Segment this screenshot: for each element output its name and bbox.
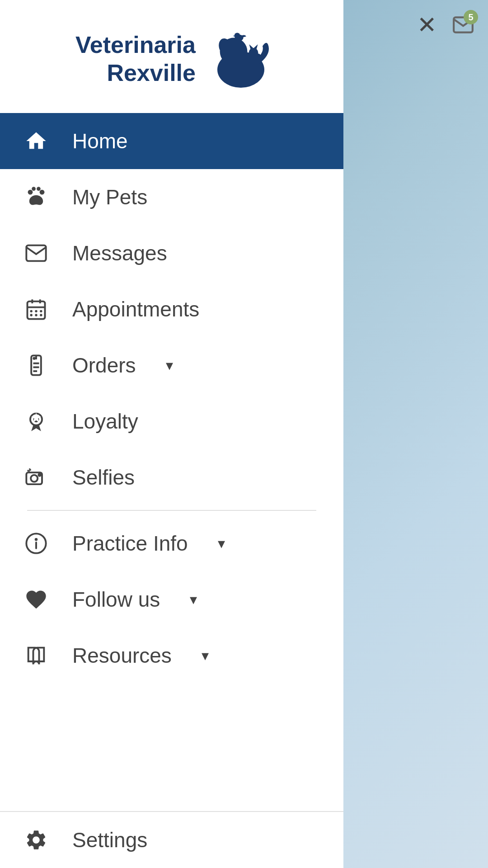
close-button[interactable]: ✕ <box>411 9 443 41</box>
messages-label: Messages <box>72 241 167 265</box>
sidebar-item-practice-info[interactable]: Practice Info ▾ <box>0 515 343 571</box>
follow-us-label: Follow us <box>72 587 160 612</box>
notification-badge: 5 <box>464 10 478 24</box>
svg-marker-10 <box>233 35 235 37</box>
heart-icon <box>23 586 50 613</box>
settings-icon <box>23 826 50 854</box>
info-icon <box>23 530 50 557</box>
sidebar-item-orders[interactable]: Orders ▾ <box>0 337 343 393</box>
resources-label: Resources <box>72 643 172 668</box>
follow-us-chevron-icon: ▾ <box>190 591 197 608</box>
camera-icon <box>23 464 50 491</box>
loyalty-icon <box>23 408 50 435</box>
orders-label: Orders <box>72 353 136 377</box>
selfies-label: Selfies <box>72 465 135 490</box>
sidebar-item-messages[interactable]: Messages <box>0 225 343 281</box>
loyalty-label: Loyalty <box>72 409 138 434</box>
book-icon <box>23 642 50 669</box>
calendar-icon <box>23 296 50 323</box>
svg-point-5 <box>249 48 258 57</box>
home-icon <box>23 127 50 155</box>
sidebar-item-my-pets[interactable]: My Pets <box>0 169 343 225</box>
logo-area: Veterinaria Rexville <box>0 0 343 113</box>
svg-point-12 <box>40 190 45 195</box>
app-title: Veterinaria Rexville <box>75 31 196 87</box>
settings-bar[interactable]: Settings <box>0 811 343 868</box>
top-right-controls: ✕ 5 <box>411 9 479 41</box>
svg-point-36 <box>31 475 38 482</box>
mail-button[interactable]: 5 <box>447 9 479 41</box>
sidebar-item-selfies[interactable]: Selfies <box>0 449 343 505</box>
sidebar-item-resources[interactable]: Resources ▾ <box>0 627 343 684</box>
logo-icon <box>205 23 277 95</box>
sidebar-item-appointments[interactable]: Appointments <box>0 281 343 337</box>
practice-info-label: Practice Info <box>72 531 188 556</box>
svg-point-14 <box>37 187 41 191</box>
svg-point-11 <box>28 190 33 195</box>
svg-point-31 <box>33 357 36 360</box>
messages-icon <box>23 240 50 267</box>
svg-point-37 <box>38 474 40 476</box>
sidebar-item-follow-us[interactable]: Follow us ▾ <box>0 571 343 627</box>
my-pets-label: My Pets <box>72 185 147 209</box>
sidebar-drawer: Veterinaria Rexville <box>0 0 343 868</box>
home-label: Home <box>72 129 128 153</box>
resources-chevron-icon: ▾ <box>202 647 209 664</box>
paw-icon <box>23 184 50 211</box>
practice-info-chevron-icon: ▾ <box>218 535 225 552</box>
nav-list: Home My Pets Me <box>0 113 343 811</box>
appointments-label: Appointments <box>72 297 199 321</box>
orders-chevron-icon: ▾ <box>166 357 173 374</box>
svg-point-9 <box>235 33 240 38</box>
orders-icon <box>23 352 50 379</box>
settings-label: Settings <box>72 828 147 852</box>
nav-divider <box>27 510 316 511</box>
sidebar-item-home[interactable]: Home <box>0 113 343 169</box>
svg-point-13 <box>32 187 36 191</box>
sidebar-item-loyalty[interactable]: Loyalty <box>0 393 343 449</box>
